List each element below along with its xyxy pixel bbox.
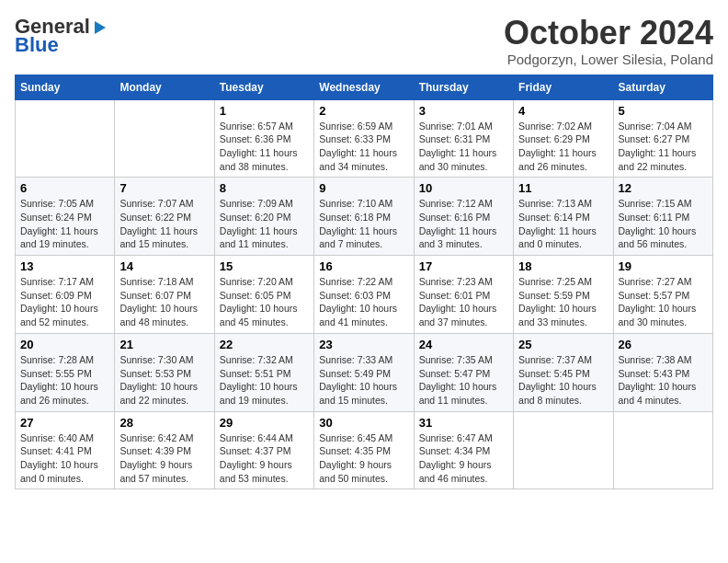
day-info: Sunrise: 7:17 AM Sunset: 6:09 PM Dayligh… — [20, 275, 109, 329]
day-info: Sunrise: 6:57 AM Sunset: 6:36 PM Dayligh… — [220, 120, 309, 174]
logo: General Blue — [15, 15, 108, 55]
weekday-header-row: SundayMondayTuesdayWednesdayThursdayFrid… — [16, 75, 713, 99]
day-info: Sunrise: 6:47 AM Sunset: 4:34 PM Dayligh… — [419, 431, 508, 486]
calendar-cell: 28Sunrise: 6:42 AM Sunset: 4:39 PM Dayli… — [115, 411, 214, 489]
calendar-cell: 31Sunrise: 6:47 AM Sunset: 4:34 PM Dayli… — [414, 411, 513, 489]
day-info: Sunrise: 7:32 AM Sunset: 5:51 PM Dayligh… — [220, 353, 309, 408]
calendar-cell: 24Sunrise: 7:35 AM Sunset: 5:47 PM Dayli… — [414, 333, 513, 411]
day-info: Sunrise: 7:35 AM Sunset: 5:47 PM Dayligh… — [419, 353, 508, 408]
calendar-cell: 20Sunrise: 7:28 AM Sunset: 5:55 PM Dayli… — [16, 333, 115, 411]
calendar-cell: 2Sunrise: 6:59 AM Sunset: 6:33 PM Daylig… — [314, 99, 414, 178]
calendar-cell — [613, 411, 712, 489]
calendar-cell: 25Sunrise: 7:37 AM Sunset: 5:45 PM Dayli… — [514, 333, 613, 411]
svg-marker-0 — [95, 21, 106, 34]
calendar-cell: 7Sunrise: 7:07 AM Sunset: 6:22 PM Daylig… — [115, 178, 214, 256]
day-number: 7 — [119, 181, 209, 195]
day-info: Sunrise: 7:33 AM Sunset: 5:49 PM Dayligh… — [319, 353, 408, 408]
calendar-cell: 5Sunrise: 7:04 AM Sunset: 6:27 PM Daylig… — [613, 99, 712, 178]
weekday-header-tuesday: Tuesday — [214, 75, 313, 99]
day-info: Sunrise: 6:40 AM Sunset: 4:41 PM Dayligh… — [20, 431, 109, 486]
day-info: Sunrise: 6:44 AM Sunset: 4:37 PM Dayligh… — [220, 431, 309, 486]
weekday-header-thursday: Thursday — [414, 75, 513, 99]
day-info: Sunrise: 7:07 AM Sunset: 6:22 PM Dayligh… — [119, 197, 209, 251]
day-number: 28 — [119, 416, 209, 430]
title-block: October 2024 Podgorzyn, Lower Silesia, P… — [504, 15, 713, 67]
weekday-header-wednesday: Wednesday — [314, 75, 414, 99]
calendar-cell: 15Sunrise: 7:20 AM Sunset: 6:05 PM Dayli… — [214, 256, 313, 334]
day-number: 6 — [20, 181, 109, 195]
calendar-cell: 11Sunrise: 7:13 AM Sunset: 6:14 PM Dayli… — [514, 178, 613, 256]
day-number: 10 — [419, 181, 508, 195]
day-number: 16 — [319, 259, 408, 273]
day-number: 15 — [220, 259, 309, 273]
calendar-cell: 23Sunrise: 7:33 AM Sunset: 5:49 PM Dayli… — [314, 333, 414, 411]
day-info: Sunrise: 7:02 AM Sunset: 6:29 PM Dayligh… — [518, 120, 608, 174]
day-number: 14 — [119, 259, 209, 273]
calendar-cell: 22Sunrise: 7:32 AM Sunset: 5:51 PM Dayli… — [214, 333, 313, 411]
day-number: 22 — [220, 338, 309, 351]
day-number: 2 — [319, 104, 408, 118]
calendar-cell: 14Sunrise: 7:18 AM Sunset: 6:07 PM Dayli… — [115, 256, 214, 334]
day-info: Sunrise: 7:23 AM Sunset: 6:01 PM Dayligh… — [419, 275, 508, 329]
calendar-cell: 12Sunrise: 7:15 AM Sunset: 6:11 PM Dayli… — [613, 178, 712, 256]
day-number: 11 — [518, 181, 608, 195]
day-number: 17 — [419, 259, 508, 273]
month-title: October 2024 — [504, 15, 713, 52]
calendar-week-row: 13Sunrise: 7:17 AM Sunset: 6:09 PM Dayli… — [16, 256, 713, 334]
calendar-cell: 27Sunrise: 6:40 AM Sunset: 4:41 PM Dayli… — [16, 411, 115, 489]
calendar-table: SundayMondayTuesdayWednesdayThursdayFrid… — [15, 75, 713, 490]
day-info: Sunrise: 7:04 AM Sunset: 6:27 PM Dayligh… — [619, 120, 708, 174]
weekday-header-friday: Friday — [514, 75, 613, 99]
day-info: Sunrise: 7:05 AM Sunset: 6:24 PM Dayligh… — [20, 197, 109, 251]
calendar-cell: 29Sunrise: 6:44 AM Sunset: 4:37 PM Dayli… — [214, 411, 313, 489]
calendar-cell: 10Sunrise: 7:12 AM Sunset: 6:16 PM Dayli… — [414, 178, 513, 256]
logo-blue-text: Blue — [15, 35, 59, 55]
calendar-cell — [115, 99, 214, 178]
day-info: Sunrise: 7:15 AM Sunset: 6:11 PM Dayligh… — [619, 197, 708, 251]
calendar-cell: 18Sunrise: 7:25 AM Sunset: 5:59 PM Dayli… — [514, 256, 613, 334]
calendar-cell: 8Sunrise: 7:09 AM Sunset: 6:20 PM Daylig… — [214, 178, 313, 256]
day-number: 24 — [419, 338, 508, 351]
day-number: 5 — [619, 104, 708, 118]
day-info: Sunrise: 7:37 AM Sunset: 5:45 PM Dayligh… — [518, 353, 608, 408]
day-number: 27 — [20, 416, 109, 430]
day-info: Sunrise: 7:12 AM Sunset: 6:16 PM Dayligh… — [419, 197, 508, 251]
day-number: 3 — [419, 104, 508, 118]
calendar-cell: 21Sunrise: 7:30 AM Sunset: 5:53 PM Dayli… — [115, 333, 214, 411]
location-subtitle: Podgorzyn, Lower Silesia, Poland — [504, 52, 713, 67]
calendar-cell: 9Sunrise: 7:10 AM Sunset: 6:18 PM Daylig… — [314, 178, 414, 256]
day-info: Sunrise: 7:13 AM Sunset: 6:14 PM Dayligh… — [518, 197, 608, 251]
page-header: General Blue October 2024 Podgorzyn, Low… — [15, 15, 713, 67]
weekday-header-monday: Monday — [115, 75, 214, 99]
day-info: Sunrise: 7:18 AM Sunset: 6:07 PM Dayligh… — [119, 275, 209, 329]
day-info: Sunrise: 7:30 AM Sunset: 5:53 PM Dayligh… — [119, 353, 209, 408]
day-info: Sunrise: 7:27 AM Sunset: 5:57 PM Dayligh… — [619, 275, 708, 329]
day-info: Sunrise: 7:20 AM Sunset: 6:05 PM Dayligh… — [220, 275, 309, 329]
logo-triangle-icon — [91, 19, 108, 36]
calendar-cell: 17Sunrise: 7:23 AM Sunset: 6:01 PM Dayli… — [414, 256, 513, 334]
day-info: Sunrise: 6:59 AM Sunset: 6:33 PM Dayligh… — [319, 120, 408, 174]
day-number: 29 — [220, 416, 309, 430]
day-info: Sunrise: 7:28 AM Sunset: 5:55 PM Dayligh… — [20, 353, 109, 408]
day-number: 21 — [119, 338, 209, 351]
day-number: 13 — [20, 259, 109, 273]
calendar-week-row: 20Sunrise: 7:28 AM Sunset: 5:55 PM Dayli… — [16, 333, 713, 411]
day-number: 9 — [319, 181, 408, 195]
day-info: Sunrise: 6:45 AM Sunset: 4:35 PM Dayligh… — [319, 431, 408, 486]
day-info: Sunrise: 7:22 AM Sunset: 6:03 PM Dayligh… — [319, 275, 408, 329]
calendar-cell: 16Sunrise: 7:22 AM Sunset: 6:03 PM Dayli… — [314, 256, 414, 334]
calendar-cell: 19Sunrise: 7:27 AM Sunset: 5:57 PM Dayli… — [613, 256, 712, 334]
day-info: Sunrise: 7:01 AM Sunset: 6:31 PM Dayligh… — [419, 120, 508, 174]
day-number: 26 — [619, 338, 708, 351]
calendar-cell: 26Sunrise: 7:38 AM Sunset: 5:43 PM Dayli… — [613, 333, 712, 411]
day-number: 4 — [518, 104, 608, 118]
calendar-cell: 13Sunrise: 7:17 AM Sunset: 6:09 PM Dayli… — [16, 256, 115, 334]
day-number: 8 — [220, 181, 309, 195]
day-number: 23 — [319, 338, 408, 351]
calendar-cell: 30Sunrise: 6:45 AM Sunset: 4:35 PM Dayli… — [314, 411, 414, 489]
day-info: Sunrise: 7:09 AM Sunset: 6:20 PM Dayligh… — [220, 197, 309, 251]
day-number: 18 — [518, 259, 608, 273]
calendar-week-row: 6Sunrise: 7:05 AM Sunset: 6:24 PM Daylig… — [16, 178, 713, 256]
day-number: 1 — [220, 104, 309, 118]
calendar-cell: 6Sunrise: 7:05 AM Sunset: 6:24 PM Daylig… — [16, 178, 115, 256]
